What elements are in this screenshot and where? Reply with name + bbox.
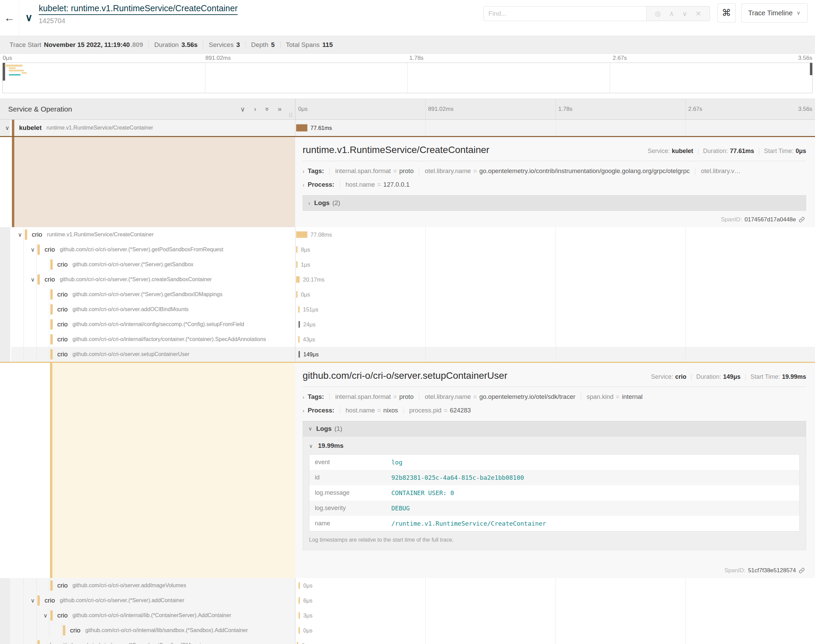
span-bar[interactable] bbox=[299, 583, 300, 589]
tag-item: internal.span.format=proto bbox=[329, 167, 419, 175]
minimap-canvas[interactable] bbox=[2, 63, 813, 93]
span-row[interactable]: criogithub.com/cri-o/cri-o/server.(*Serv… bbox=[0, 257, 815, 272]
clear-search-icon[interactable]: ✕ bbox=[696, 9, 702, 18]
span-id-row: SpanID: 51cf7f38e5128574 bbox=[725, 567, 805, 574]
span-bar[interactable] bbox=[299, 351, 300, 358]
summary-duration: Duration 3.56s bbox=[149, 41, 203, 49]
span-bar[interactable] bbox=[296, 291, 297, 298]
chevron-down-icon[interactable]: ∨ bbox=[18, 231, 22, 238]
log-entry-toggle[interactable]: ∨ 19.99ms bbox=[309, 442, 800, 449]
collapse-trace-header-icon[interactable]: ∨ bbox=[25, 12, 33, 23]
service-color-bar bbox=[50, 334, 53, 345]
back-button[interactable]: ← bbox=[0, 0, 19, 36]
span-bar[interactable] bbox=[299, 612, 300, 619]
chevron-right-icon: › bbox=[308, 200, 310, 206]
chevron-down-icon[interactable]: ∨ bbox=[31, 276, 35, 283]
minimap-tick: 2.67s bbox=[613, 55, 627, 61]
span-row[interactable]: ∨ criogithub.com/cri-o/cri-o/server.(*Se… bbox=[0, 593, 815, 608]
detail-duration: 77.61ms bbox=[730, 147, 754, 155]
process-row[interactable]: › Process: host.name=nixos process.pid=6… bbox=[303, 407, 806, 414]
span-detail-kubelet: runtime.v1.RuntimeService/CreateContaine… bbox=[0, 136, 815, 227]
service-color-bar bbox=[25, 230, 27, 240]
summary-trace-start: Trace Start November 15 2022, 11:19:40.8… bbox=[4, 41, 149, 49]
detail-color-bar bbox=[12, 137, 14, 227]
span-row[interactable]: ∨ criogithub.com/cri-o/cri-o/server.(*Se… bbox=[0, 242, 815, 257]
collapse-all-icon[interactable]: » bbox=[263, 107, 271, 111]
span-id-value: 51cf7f38e5128574 bbox=[748, 567, 796, 574]
logs-accordion-expanded[interactable]: ∨ Logs (1) bbox=[303, 421, 806, 437]
summary-services: Services 3 bbox=[203, 41, 245, 49]
tags-row[interactable]: › Tags: internal.span.format=proto otel.… bbox=[303, 393, 806, 400]
span-bar[interactable] bbox=[296, 276, 300, 283]
deep-link-icon[interactable] bbox=[799, 567, 805, 573]
process-item: host.name=127.0.0.1 bbox=[340, 181, 415, 189]
column-resize-grip[interactable]: || bbox=[289, 112, 293, 117]
expand-one-icon[interactable]: › bbox=[254, 105, 256, 113]
span-bar[interactable] bbox=[298, 307, 300, 313]
span-bar[interactable] bbox=[296, 124, 307, 132]
summary-total-spans: Total Spans 115 bbox=[280, 41, 338, 49]
minimap-span-bar bbox=[22, 72, 26, 74]
chevron-down-icon[interactable]: ∨ bbox=[43, 612, 47, 619]
span-bar[interactable] bbox=[299, 321, 300, 328]
logs-accordion-collapsed[interactable]: › Logs (2) bbox=[303, 195, 806, 211]
service-operation-label: Service & Operation bbox=[8, 105, 72, 113]
chevron-down-icon[interactable]: ∨ bbox=[31, 597, 35, 604]
span-bar[interactable] bbox=[299, 627, 300, 634]
span-row[interactable]: criogithub.com/cri-o/cri-o/server.(*Serv… bbox=[0, 287, 815, 302]
tags-row[interactable]: › Tags: internal.span.format=proto otel.… bbox=[303, 167, 806, 175]
span-row[interactable]: criogithub.com/cri-o/cri-o/server.addOCI… bbox=[0, 302, 815, 317]
span-row[interactable]: criogithub.com/cri-o/cri-o/internal/lib/… bbox=[0, 623, 815, 638]
view-selector-dropdown[interactable]: Trace Timeline ∨ bbox=[741, 3, 807, 23]
find-input[interactable] bbox=[484, 6, 647, 21]
span-bar[interactable] bbox=[296, 247, 297, 253]
trace-title-link[interactable]: kubelet: runtime.v1.RuntimeService/Creat… bbox=[39, 3, 237, 15]
service-color-bar bbox=[50, 349, 53, 359]
timeline-tick: 1.78s bbox=[558, 106, 573, 112]
expand-all-icon[interactable]: » bbox=[278, 105, 282, 113]
collapse-one-icon[interactable]: ∨ bbox=[240, 105, 245, 113]
span-bar[interactable] bbox=[298, 336, 300, 343]
next-result-icon[interactable]: ∨ bbox=[682, 9, 688, 18]
minimap-span-bar bbox=[9, 67, 15, 69]
span-row-kubelet-createcontainer[interactable]: ∨ kubelet runtime.v1.RuntimeService/Crea… bbox=[0, 120, 815, 136]
chevron-down-icon[interactable]: ∨ bbox=[5, 124, 9, 132]
span-row[interactable]: ∨ crioruntime.v1.RuntimeService/CreateCo… bbox=[0, 227, 815, 242]
find-buttons: ◎ ∧ ∨ ✕ bbox=[647, 6, 710, 21]
tag-item: internal.span.format=proto bbox=[329, 393, 419, 400]
deep-link-icon[interactable] bbox=[799, 216, 805, 223]
span-row[interactable]: criogithub.com/cri-o/cri-o/internal/conf… bbox=[0, 317, 815, 332]
tag-item: otel.library.name=go.opentelemetry.io/co… bbox=[419, 167, 695, 175]
span-bar[interactable] bbox=[299, 597, 300, 604]
span-bar[interactable] bbox=[296, 261, 297, 268]
minimap-span-bar bbox=[9, 70, 24, 71]
prev-result-icon[interactable]: ∧ bbox=[669, 9, 674, 18]
span-row-setupcontaineruser[interactable]: criogithub.com/cri-o/cri-o/server.setupC… bbox=[0, 347, 815, 362]
tree-controls: ∨ › » » bbox=[240, 105, 282, 113]
span-row[interactable]: criogithub.com/cri-o/cri-o/server.(*Serv… bbox=[0, 638, 815, 644]
minimap-drag-handle-right[interactable] bbox=[810, 63, 812, 75]
locate-icon[interactable]: ◎ bbox=[655, 9, 661, 18]
span-row[interactable]: ∨ criogithub.com/cri-o/cri-o/internal/li… bbox=[0, 608, 815, 623]
keyboard-shortcuts-button[interactable]: ⌘ bbox=[717, 3, 736, 23]
service-color-bar bbox=[50, 304, 53, 314]
span-row[interactable]: ∨ criogithub.com/cri-o/cri-o/server.(*Se… bbox=[0, 272, 815, 287]
chevron-down-icon[interactable]: ∨ bbox=[31, 246, 35, 253]
app-header: ← ∨ kubelet: runtime.v1.RuntimeService/C… bbox=[0, 0, 815, 36]
log-entries-zone: ∨ 19.99ms event log id 92b82381-025c-4a6… bbox=[303, 437, 806, 550]
chevron-down-icon: ∨ bbox=[309, 443, 313, 449]
timeline-minimap: 0μs 891.02ms 1.78s 2.67s 3.56s bbox=[0, 54, 815, 99]
span-row[interactable]: criogithub.com/cri-o/cri-o/internal/fact… bbox=[0, 332, 815, 347]
minimap-tick: 3.56s bbox=[798, 55, 812, 61]
span-bar[interactable] bbox=[296, 232, 307, 238]
span-bar[interactable] bbox=[297, 642, 298, 644]
service-name: kubelet bbox=[19, 124, 42, 132]
log-field-row: log.message CONTAINER USER: 0 bbox=[309, 485, 800, 500]
detail-service: kubelet bbox=[672, 147, 693, 155]
chevron-right-icon: › bbox=[303, 182, 304, 188]
chevron-down-icon: ∨ bbox=[797, 10, 800, 16]
service-color-bar bbox=[50, 580, 53, 590]
span-row[interactable]: criogithub.com/cri-o/cri-o/server.addIma… bbox=[0, 578, 815, 593]
detail-tint-fill bbox=[14, 137, 295, 227]
process-row[interactable]: › Process: host.name=127.0.0.1 bbox=[303, 181, 806, 189]
